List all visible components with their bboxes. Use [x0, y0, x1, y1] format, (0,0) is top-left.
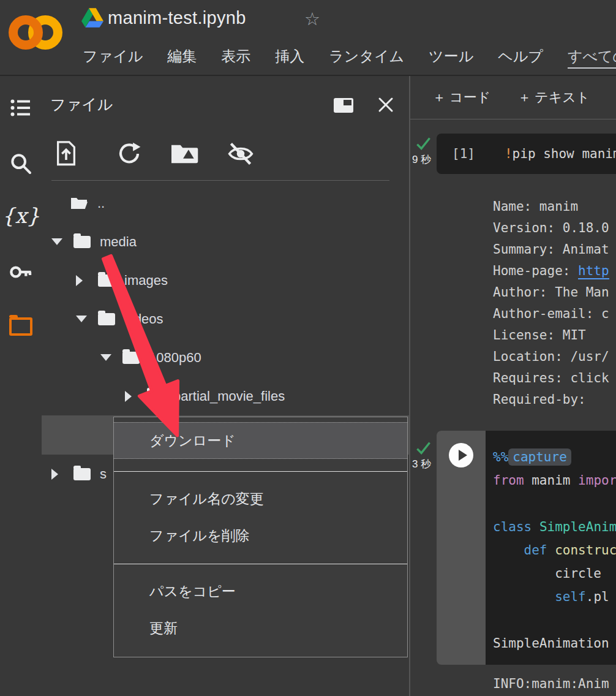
- code-token: [547, 543, 555, 558]
- folder-icon: [98, 313, 115, 325]
- add-text-button[interactable]: ＋ テキスト: [517, 88, 590, 107]
- output-line: Name: manim: [493, 196, 609, 218]
- panel-divider: [51, 180, 389, 181]
- menu-ツール[interactable]: ツール: [429, 47, 473, 66]
- output-line: License: MIT: [493, 325, 609, 346]
- code-token: circle: [493, 566, 601, 581]
- code-token: %%: [493, 450, 508, 464]
- table-of-contents-icon[interactable]: [0, 97, 42, 119]
- cell-2-gutter: 3 秒: [410, 431, 437, 665]
- menu-表示[interactable]: 表示: [221, 47, 250, 66]
- menu-item-更新[interactable]: 更新: [114, 610, 407, 646]
- output-link[interactable]: http: [578, 263, 609, 279]
- tree-row-images[interactable]: images: [42, 261, 409, 300]
- open-folder-icon: [70, 196, 88, 211]
- menu-編集[interactable]: 編集: [167, 47, 197, 66]
- cell-2-duration: 3 秒: [412, 457, 431, 471]
- output-line: Summary: Animat: [493, 239, 609, 260]
- code-token: import: [578, 473, 616, 488]
- code-token: class: [493, 520, 531, 534]
- code-token: .pl: [586, 589, 609, 604]
- tree-label: media: [100, 234, 137, 250]
- refresh-icon[interactable]: [116, 140, 142, 170]
- output-line: Home-page: http: [493, 260, 609, 282]
- tree-row-media[interactable]: media: [42, 222, 409, 261]
- code-line: SimpleAnimation: [493, 632, 616, 655]
- menu-item-ファイルを削除[interactable]: ファイルを削除: [114, 517, 407, 554]
- menu-group: ダウンロード: [114, 417, 407, 471]
- code-token: capture: [508, 448, 571, 466]
- tree-label: 1080p60: [149, 350, 201, 366]
- success-check-icon: [415, 441, 432, 458]
- code-line: self.pl: [493, 585, 616, 608]
- code-token: construct: [555, 543, 616, 558]
- cell-2-output: INFO:manim:Anim: [493, 673, 609, 695]
- tree-label: s: [100, 466, 107, 482]
- output-line: Location: /usr/: [493, 346, 609, 368]
- menu-item-ダウンロード[interactable]: ダウンロード: [114, 422, 407, 459]
- close-panel-icon[interactable]: [377, 96, 395, 116]
- code-line: %%capture: [493, 445, 616, 469]
- google-drive-icon: [81, 8, 103, 30]
- search-icon[interactable]: [0, 151, 42, 176]
- output-line: Author: The Man: [493, 282, 609, 303]
- code-line: def construct: [493, 539, 616, 562]
- menu-item-ファイル名の変更[interactable]: ファイル名の変更: [114, 480, 407, 517]
- secrets-key-icon[interactable]: [0, 260, 42, 284]
- upload-file-icon[interactable]: [54, 140, 78, 170]
- caret-right-icon[interactable]: [125, 391, 138, 402]
- tree-row-videos[interactable]: videos: [42, 300, 409, 338]
- menu-group: パスをコピー更新: [114, 564, 407, 656]
- colab-logo-icon[interactable]: [9, 10, 64, 50]
- success-check-icon: [415, 136, 432, 154]
- cell-1-editor[interactable]: [1] !pip show manim: [437, 134, 616, 174]
- notebook-toolbar: ＋ コード ＋ テキスト: [410, 76, 616, 119]
- code-line: from manim import: [493, 469, 616, 492]
- caret-right-icon[interactable]: [51, 469, 65, 480]
- menu-ランタイム[interactable]: ランタイム: [329, 47, 404, 66]
- code-line: [493, 608, 616, 632]
- menu-item-パスをコピー[interactable]: パスをコピー: [114, 573, 407, 610]
- tree-row-partial_movie_files[interactable]: partial_movie_files: [42, 377, 409, 415]
- cell-2-editor[interactable]: %%capturefrom manim import class SimpleA…: [486, 431, 616, 665]
- output-line: Version: 0.18.0: [493, 218, 609, 239]
- autosave-status[interactable]: すべての: [568, 47, 616, 69]
- code-token: SimpleAnimation: [493, 636, 609, 651]
- add-code-button[interactable]: ＋ コード: [432, 88, 490, 107]
- run-cell-button[interactable]: [449, 443, 473, 467]
- code-token: pip show manim: [513, 146, 616, 161]
- menu-挿入[interactable]: 挿入: [275, 47, 304, 66]
- star-icon[interactable]: ☆: [304, 9, 320, 29]
- open-in-new-tab-icon[interactable]: [334, 98, 353, 113]
- caret-down-icon[interactable]: [51, 238, 65, 245]
- code-line: [493, 492, 616, 515]
- variables-icon[interactable]: {x}: [0, 203, 42, 228]
- tree-label: videos: [124, 311, 163, 327]
- hide-hidden-files-icon[interactable]: [227, 140, 254, 170]
- cell-1-gutter: 9 秒: [410, 134, 437, 174]
- caret-down-icon[interactable]: [76, 316, 89, 322]
- tree-label: partial_movie_files: [173, 388, 285, 404]
- folder-icon: [147, 390, 164, 403]
- left-icon-rail: {x}: [0, 76, 42, 696]
- caret-right-icon[interactable]: [76, 275, 89, 286]
- cell-1-code[interactable]: !pip show manim: [505, 146, 616, 161]
- mount-drive-icon[interactable]: [171, 140, 198, 169]
- top-bar: manim-test.ipynb ☆ ファイル編集表示挿入ランタイムツールヘルプ…: [0, 0, 616, 76]
- menu-bar: ファイル編集表示挿入ランタイムツールヘルプすべての: [83, 47, 616, 69]
- code-token: [531, 520, 539, 534]
- cell-1-output: Name: manimVersion: 0.18.0Summary: Anima…: [493, 196, 609, 410]
- menu-ヘルプ[interactable]: ヘルプ: [498, 47, 543, 66]
- code-token: [493, 543, 524, 558]
- tree-label: ..: [97, 195, 105, 211]
- notebook-area: ＋ コード ＋ テキスト 9 秒 [1] !pip show manim Nam…: [410, 76, 616, 696]
- code-cell-2[interactable]: 3 秒 %%capturefrom manim import class Sim…: [410, 431, 616, 665]
- tree-row-..[interactable]: ..: [42, 184, 409, 222]
- notebook-title[interactable]: manim-test.ipynb: [108, 8, 246, 28]
- code-cell-1[interactable]: 9 秒 [1] !pip show manim: [410, 134, 616, 174]
- caret-down-icon[interactable]: [100, 354, 114, 361]
- menu-ファイル[interactable]: ファイル: [83, 47, 143, 66]
- colab-logo-ring-left: [9, 15, 43, 50]
- tree-row-1080p60[interactable]: 1080p60: [42, 338, 409, 377]
- files-folder-icon[interactable]: [0, 312, 42, 336]
